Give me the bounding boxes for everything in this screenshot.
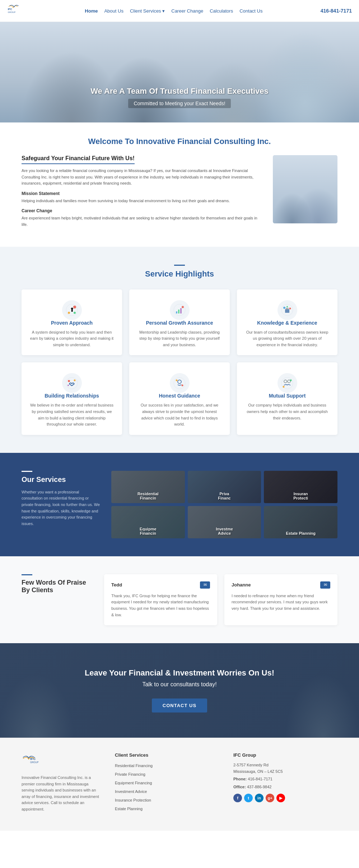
svg-text:IFC: IFC bbox=[8, 8, 13, 11]
proven-approach-icon: ⬆ bbox=[62, 300, 82, 320]
svg-point-25 bbox=[182, 384, 183, 386]
personal-growth-icon bbox=[170, 300, 190, 320]
footer-logo: IFC GROUP bbox=[22, 752, 101, 770]
nav-client-services[interactable]: Client Services ▾ bbox=[130, 8, 165, 14]
footer-client-services-title: Client Services bbox=[115, 752, 219, 758]
highlight-title-6: Mutual Support bbox=[244, 393, 330, 399]
phone-number: 416-841-7171 bbox=[248, 777, 272, 781]
footer-contact: IFC Group 2-5757 Kennedy RdMississauga, … bbox=[233, 752, 337, 816]
svg-point-21 bbox=[67, 385, 69, 386]
navbar: IFC GROUP Home About Us Client Services … bbox=[0, 0, 359, 22]
highlight-title-1: Proven Approach bbox=[29, 320, 115, 326]
footer-address: 2-5757 Kennedy RdMississauga, ON – L4Z 5… bbox=[233, 762, 337, 775]
highlight-title-5: Honest Guidance bbox=[136, 393, 223, 399]
cta-section: Leave Your Financial & Investment Worrie… bbox=[0, 643, 359, 738]
testimonials-inner: Few Words Of Praise By Clients Tedd ✉ Th… bbox=[22, 574, 337, 625]
service-tile-5[interactable]: InvestmeAdvice bbox=[188, 506, 261, 538]
footer-link-2[interactable]: Private Financing bbox=[115, 771, 219, 777]
footer-logo-svg: IFC GROUP bbox=[22, 752, 50, 770]
welcome-content: Safeguard Your Financial Future With Us!… bbox=[22, 155, 337, 232]
testimonial-card-2: Johanne ✉ I needed to refinance my home … bbox=[224, 574, 337, 625]
nav-phone: 416-841-7171 bbox=[321, 8, 352, 14]
service-tile-label-4: EquipmeFinancin bbox=[138, 524, 158, 538]
footer-link-1[interactable]: Residential Financing bbox=[115, 762, 219, 769]
testimonial-name-1: Tedd bbox=[111, 582, 122, 588]
highlight-desc-5: Our success lies in your satisfaction, a… bbox=[136, 402, 223, 427]
nav-contact[interactable]: Contact Us bbox=[239, 8, 262, 14]
footer-link-3[interactable]: Equipment Financing bbox=[115, 779, 219, 786]
twitter-icon[interactable]: t bbox=[244, 794, 253, 802]
service-tile-label-3: InsuranProtecti bbox=[292, 489, 310, 503]
svg-point-19 bbox=[68, 380, 70, 382]
service-highlights-title: Service Highlights bbox=[22, 269, 337, 279]
svg-point-24 bbox=[176, 379, 178, 381]
svg-point-5 bbox=[68, 312, 70, 314]
relationships-svg bbox=[65, 377, 78, 390]
linkedin-icon[interactable]: in bbox=[255, 794, 264, 802]
service-highlights-section: Service Highlights ⬆ Proven Approach A s… bbox=[0, 247, 359, 453]
hero-text: We Are A Team Of Trusted Financial Execu… bbox=[90, 87, 269, 122]
highlight-title-3: Knowledge & Experience bbox=[244, 320, 330, 326]
service-tile-label-6: Estate Planning bbox=[284, 528, 317, 538]
highlight-desc-6: Our company helps individuals and busine… bbox=[244, 402, 330, 421]
highlight-card-4: Building Relationships We believe in the… bbox=[22, 362, 122, 435]
logo-icon: IFC GROUP bbox=[7, 4, 25, 18]
office-number: 437-886-9842 bbox=[247, 785, 272, 789]
welcome-image-inner bbox=[273, 155, 337, 223]
highlight-card-3: Knowledge & Experience Our team of consu… bbox=[237, 289, 337, 356]
service-tile-3[interactable]: InsuranProtecti bbox=[264, 471, 337, 503]
mission-text: Helping individuals and families move fr… bbox=[22, 198, 262, 204]
testimonials-title: Few Words Of Praise By Clients bbox=[22, 579, 93, 594]
footer-logo-area: IFC GROUP Innovative Financial Consultin… bbox=[22, 752, 101, 816]
testimonials-cards: Tedd ✉ Thank you, IFC Group for helping … bbox=[104, 574, 337, 625]
guidance-svg bbox=[173, 377, 186, 390]
services-left: Our Services Whether you want a professi… bbox=[22, 471, 101, 527]
footer-link-4[interactable]: Investment Advice bbox=[115, 788, 219, 794]
footer-ifc-title: IFC Group bbox=[233, 752, 337, 758]
welcome-image bbox=[273, 155, 337, 223]
hero-subtitle: Committed to Meeting your Exact Needs! bbox=[128, 99, 230, 108]
knowledge-icon bbox=[278, 300, 297, 320]
footer-link-6[interactable]: Estate Planning bbox=[115, 805, 219, 812]
logo: IFC GROUP bbox=[7, 4, 27, 18]
svg-point-11 bbox=[182, 306, 184, 308]
service-tile-1[interactable]: ResidentialFinancin bbox=[111, 471, 185, 503]
svg-rect-14 bbox=[286, 308, 289, 310]
svg-rect-9 bbox=[178, 310, 180, 314]
nav-about[interactable]: About Us bbox=[104, 8, 123, 14]
services-grid: ResidentialFinancin PrivaFinanc InsuranP… bbox=[111, 471, 337, 538]
highlight-title-4: Building Relationships bbox=[29, 393, 115, 399]
highlights-grid: ⬆ Proven Approach A system designed to h… bbox=[22, 289, 337, 435]
cta-button[interactable]: CONTACT US bbox=[152, 698, 207, 712]
testimonial-email-icon-1: ✉ bbox=[200, 581, 210, 589]
nav-career[interactable]: Career Change bbox=[171, 8, 203, 14]
welcome-title: Welcome To Innovative Financial Consulti… bbox=[22, 137, 337, 146]
service-tile-4[interactable]: EquipmeFinancin bbox=[111, 506, 185, 538]
nav-calculators[interactable]: Calculators bbox=[210, 8, 233, 14]
cta-subtitle: Talk to our consultants today! bbox=[14, 681, 345, 688]
footer-phone: Phone: 416-841-7171 bbox=[233, 776, 337, 783]
googleplus-icon[interactable]: g+ bbox=[266, 794, 274, 802]
services-left-divider bbox=[22, 471, 32, 472]
highlight-card-2: Personal Growth Assurance Mentorship and… bbox=[129, 289, 230, 356]
youtube-icon[interactable]: ▶ bbox=[276, 794, 285, 802]
footer-company-desc: Innovative Financial Consulting Inc. is … bbox=[22, 775, 101, 813]
facebook-icon[interactable]: f bbox=[233, 794, 242, 802]
guidance-icon bbox=[170, 373, 190, 393]
testimonial-text-1: Thank you, IFC Group for helping me fina… bbox=[111, 593, 210, 618]
service-tile-2[interactable]: PrivaFinanc bbox=[188, 471, 261, 503]
highlight-card-1: ⬆ Proven Approach A system designed to h… bbox=[22, 289, 122, 356]
welcome-text: Safeguard Your Financial Future With Us!… bbox=[22, 155, 262, 232]
welcome-heading: Safeguard Your Financial Future With Us! bbox=[22, 155, 135, 164]
testimonial-email-icon-2: ✉ bbox=[320, 581, 330, 589]
footer-link-5[interactable]: Insurance Protection bbox=[115, 797, 219, 803]
testimonial-header-1: Tedd ✉ bbox=[111, 581, 210, 589]
service-tile-6[interactable]: Estate Planning bbox=[264, 506, 337, 538]
nav-home[interactable]: Home bbox=[85, 8, 98, 14]
support-svg bbox=[281, 377, 294, 390]
svg-rect-13 bbox=[285, 309, 289, 313]
svg-text:GROUP: GROUP bbox=[8, 11, 15, 13]
testimonial-name-2: Johanne bbox=[232, 582, 251, 588]
footer-office: Office: 437-886-9842 bbox=[233, 784, 337, 790]
svg-point-29 bbox=[283, 386, 285, 387]
